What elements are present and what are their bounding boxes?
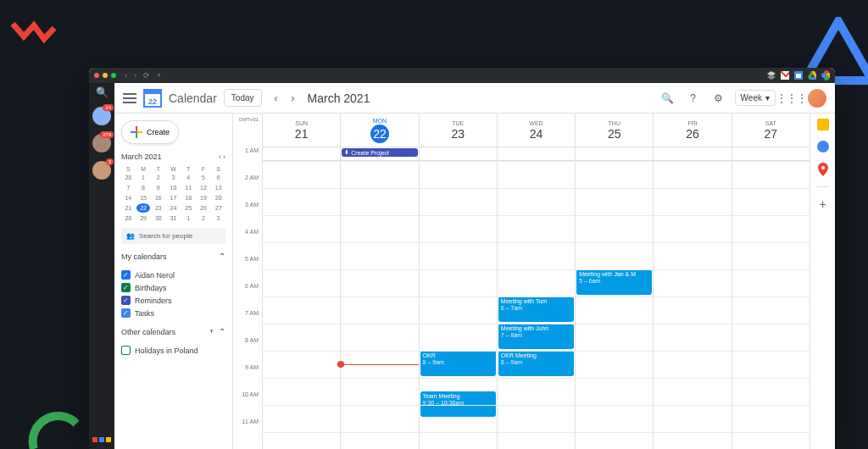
mini-next-month[interactable]: › [223,152,225,161]
calendar-checkbox[interactable]: ✓ [121,308,131,318]
mini-day[interactable]: 6 [211,173,225,182]
mini-day[interactable]: 16 [151,193,165,202]
stack-icon[interactable] [767,71,776,80]
day-header[interactable]: MON22 [340,114,418,147]
calendar-event[interactable]: Team Meeting9:30 – 10:30am [420,391,496,417]
workspace-avatar-1[interactable]: 24 [92,107,111,125]
get-addons-icon[interactable]: + [819,197,826,211]
mini-day[interactable]: 18 [181,193,196,202]
mini-day[interactable]: 20 [211,193,225,202]
calendar-item[interactable]: Holidays in Poland [121,344,225,357]
calendar-item[interactable]: ✓Tasks [121,307,225,319]
mini-day[interactable]: 23 [151,203,165,213]
mini-day[interactable]: 22 [136,203,151,213]
maps-addon-icon[interactable] [818,163,828,176]
day-column[interactable] [262,161,340,449]
keep-addon-icon[interactable] [817,119,829,130]
day-column[interactable]: Meeting with Jan & M5 – 6am [575,161,653,449]
mini-day[interactable]: 10 [166,183,181,192]
allday-cell[interactable] [575,147,653,160]
gmail-icon[interactable] [781,71,789,80]
allday-cell[interactable] [419,147,497,160]
mini-day[interactable]: 12 [197,183,211,192]
search-people-input[interactable]: 👥 Search for people [121,228,225,244]
sidebar-search-icon[interactable]: 🔍 [96,86,108,98]
allday-cell[interactable] [497,147,575,160]
apps-grid-icon[interactable]: ⋮⋮⋮ [782,89,801,108]
mini-day[interactable]: 14 [121,193,136,202]
day-header[interactable]: SUN21 [262,114,340,147]
workspace-avatar-2[interactable]: 279 [92,134,111,152]
mini-day[interactable]: 31 [166,213,181,223]
photos-icon[interactable] [821,71,830,80]
mini-day[interactable]: 25 [181,203,196,213]
calendar-item[interactable]: ✓Birthdays [121,281,225,294]
main-menu-icon[interactable] [123,93,136,103]
mini-day[interactable]: 5 [197,173,211,182]
mini-day[interactable]: 1 [181,213,196,223]
new-tab-icon[interactable]: + [157,71,161,80]
help-icon[interactable]: ? [684,89,703,108]
add-calendar-icon[interactable]: + [209,327,214,336]
mini-day[interactable]: 28 [121,173,136,182]
mini-day[interactable]: 13 [211,183,225,192]
calendar-checkbox[interactable]: ✓ [121,296,131,305]
allday-cell[interactable] [653,147,731,160]
maximize-window-button[interactable] [111,73,116,78]
mini-day[interactable]: 2 [197,213,211,223]
allday-cell[interactable] [262,147,340,160]
mini-day[interactable]: 3 [211,213,225,223]
search-icon[interactable]: 🔍 [659,89,677,108]
calendar-event[interactable]: Meeting with John7 – 8am [498,324,574,349]
day-header[interactable]: TUE23 [419,114,497,147]
mini-day[interactable]: 19 [197,193,211,202]
mini-day[interactable]: 3 [166,173,181,182]
workspace-avatar-3[interactable]: 3 [92,161,111,180]
prev-week-button[interactable]: ‹ [269,91,284,106]
back-icon[interactable]: ‹ [125,71,127,80]
mini-prev-month[interactable]: ‹ [219,152,221,161]
mini-day[interactable]: 7 [121,183,136,192]
calendar-event[interactable]: Meeting with Tom6 – 7am [498,297,574,322]
settings-gear-icon[interactable]: ⚙ [709,89,728,108]
mini-day[interactable]: 17 [166,193,181,202]
forward-icon[interactable]: › [134,71,136,80]
calendar-checkbox[interactable]: ✓ [121,270,131,280]
day-column[interactable]: Meeting with Tom6 – 7amMeeting with John… [497,161,575,449]
day-header[interactable]: SAT27 [732,114,810,147]
day-header[interactable]: THU25 [575,114,653,147]
mini-day[interactable]: 26 [197,203,211,213]
mini-day[interactable]: 28 [121,213,136,223]
calendar-tab-icon[interactable] [794,71,803,80]
day-column[interactable] [653,161,731,449]
mini-day[interactable]: 15 [136,193,151,202]
day-column[interactable] [732,161,810,449]
close-window-button[interactable] [94,73,99,78]
allday-cell[interactable]: ⬇Create Project [340,147,418,160]
calendar-event[interactable]: Meeting with Jan & M5 – 6am [576,269,652,295]
mini-day[interactable]: 21 [121,203,136,213]
profile-avatar[interactable] [808,89,826,108]
create-button[interactable]: Create [121,120,179,144]
mini-day[interactable]: 2 [151,173,165,182]
calendar-checkbox[interactable] [121,346,131,355]
allday-cell[interactable] [732,147,810,160]
day-column[interactable]: OKR8 – 9amTeam Meeting9:30 – 10:30am [419,161,497,449]
my-calendars-header[interactable]: My calendars ⌃ [121,249,225,263]
view-selector[interactable]: Week ▾ [735,90,776,106]
drive-icon[interactable] [808,71,816,80]
calendar-item[interactable]: ✓Aidan Nerol [121,269,225,281]
mini-day[interactable]: 4 [181,173,196,182]
next-week-button[interactable]: › [286,91,301,106]
reload-icon[interactable]: ⟳ [143,71,150,80]
day-header[interactable]: WED24 [497,114,575,147]
mini-day[interactable]: 1 [136,173,151,182]
calendar-checkbox[interactable]: ✓ [121,283,131,292]
day-column[interactable] [340,161,418,449]
calendar-event[interactable]: OKR8 – 9am [420,351,496,376]
tasks-addon-icon[interactable] [817,141,829,152]
other-calendars-header[interactable]: Other calendars + ⌃ [121,324,225,339]
today-button[interactable]: Today [224,89,262,107]
calendar-event[interactable]: OKR Meeting8 – 9am [498,351,574,376]
mini-day[interactable]: 8 [136,183,151,192]
